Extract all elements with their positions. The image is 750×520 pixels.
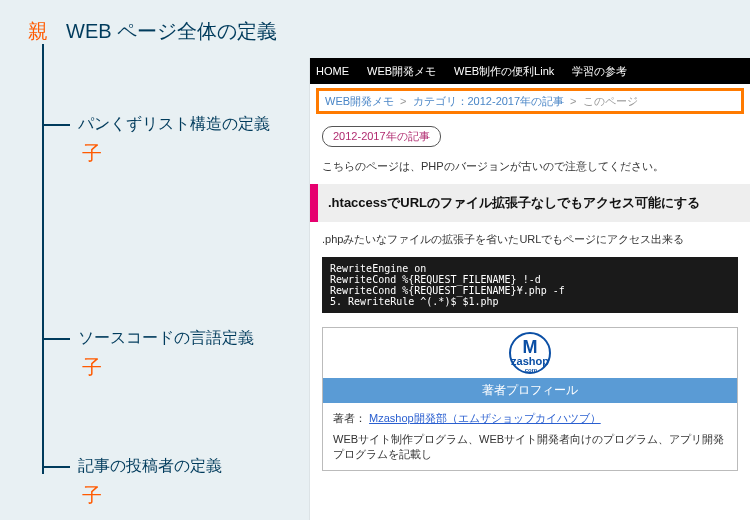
author-link[interactable]: Mzashop開発部（エムザショップカイハツブ） — [369, 412, 601, 424]
category-tag[interactable]: 2012-2017年の記事 — [322, 126, 441, 147]
breadcrumb-sep-1: > — [400, 95, 406, 107]
author-profile-bar: 著者プロフィール — [323, 378, 737, 403]
author-prefix: 著者： — [333, 412, 366, 424]
tree-line-h1 — [42, 124, 70, 126]
author-bio: WEBサイト制作プログラム、WEBサイト開発者向けのプログラム、アプリ開発プログ… — [333, 432, 727, 462]
logo-mid: zashop — [511, 355, 549, 367]
tree-line-h3 — [42, 466, 70, 468]
author-logo: M zashop .com — [509, 332, 551, 374]
breadcrumb-sep-2: > — [570, 95, 576, 107]
diagram-canvas: 親 WEB ページ全体の定義 パンくずリスト構造の定義 子 ソースコードの言語定… — [0, 0, 750, 520]
child-word-3: 子 — [82, 482, 102, 509]
code-line-2: RewriteCond %{REQUEST_FILENAME} !-d — [330, 274, 730, 285]
page-title: WEB ページ全体の定義 — [66, 18, 277, 45]
breadcrumb: WEB開発メモ > カテゴリ：2012-2017年の記事 > このページ — [316, 88, 744, 114]
author-profile-body: 著者： Mzashop開発部（エムザショップカイハツブ） WEBサイト制作プログ… — [323, 403, 737, 470]
child-word-1: 子 — [82, 140, 102, 167]
nav-memo[interactable]: WEB開発メモ — [367, 64, 436, 79]
notice-text: こちらのページは、PHPのバージョンが古いので注意してください。 — [322, 159, 738, 174]
code-line-4: RewriteRule ^(.*)$ $1.php — [330, 296, 730, 307]
code-line-3: RewriteCond %{REQUEST_FILENAME}¥.php -f — [330, 285, 730, 296]
tree-line-vertical — [42, 44, 44, 474]
nav-home[interactable]: HOME — [316, 65, 349, 77]
nav-links[interactable]: WEB制作の便利Link — [454, 64, 554, 79]
child-definition-3: 記事の投稿者の定義 — [78, 456, 222, 477]
nav-bar: HOME WEB開発メモ WEB制作の便利Link 学習の参考 — [310, 58, 750, 84]
tree-line-h2 — [42, 338, 70, 340]
child-definition-1: パンくずリスト構造の定義 — [78, 114, 270, 135]
logo-big: M — [511, 338, 549, 356]
code-line-1: RewriteEngine on — [330, 263, 730, 274]
breadcrumb-current: このページ — [583, 94, 638, 109]
logo-sub: .com — [511, 367, 549, 373]
code-block: RewriteEngine on RewriteCond %{REQUEST_F… — [322, 257, 738, 313]
breadcrumb-link-1[interactable]: WEB開発メモ — [325, 94, 394, 109]
breadcrumb-link-2[interactable]: カテゴリ：2012-2017年の記事 — [413, 94, 565, 109]
article-desc: .phpみたいなファイルの拡張子を省いたURLでもページにアクセス出来る — [322, 232, 738, 247]
article-heading: .htaccessでURLのファイル拡張子なしでもアクセス可能にする — [310, 184, 750, 222]
parent-label: 親 — [28, 18, 48, 45]
child-definition-2: ソースコードの言語定義 — [78, 328, 254, 349]
author-profile-card: M zashop .com 著者プロフィール 著者： Mzashop開発部（エム… — [322, 327, 738, 471]
child-word-2: 子 — [82, 354, 102, 381]
sample-webpage: HOME WEB開発メモ WEB制作の便利Link 学習の参考 WEB開発メモ … — [310, 58, 750, 520]
nav-study[interactable]: 学習の参考 — [572, 64, 627, 79]
